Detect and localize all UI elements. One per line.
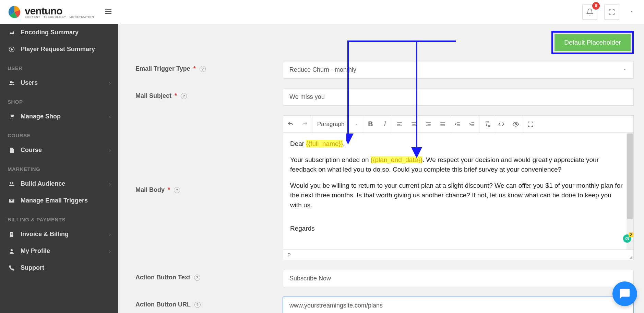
sidebar-section-billing: BILLING & PAYMENTS	[0, 209, 118, 226]
input-action-button-text[interactable]	[283, 270, 634, 287]
row-mail-subject: Mail Subject * ?	[135, 88, 634, 106]
label-mail-subject: Mail Subject * ?	[135, 88, 283, 100]
sidebar-item-users[interactable]: Users ›	[0, 74, 118, 91]
placeholder-full-name: {{full_name}}	[306, 140, 343, 147]
menu-toggle-icon[interactable]	[104, 7, 112, 17]
help-icon[interactable]: ?	[194, 302, 201, 308]
notifications-button[interactable]: 0	[582, 4, 597, 20]
fullscreen-editor-button[interactable]	[523, 116, 538, 132]
bold-button[interactable]: B	[363, 116, 378, 132]
required-mark: *	[175, 92, 177, 99]
preview-button[interactable]	[509, 116, 523, 132]
outdent-button[interactable]	[450, 116, 465, 132]
help-icon[interactable]: ?	[174, 187, 180, 193]
align-justify-button[interactable]	[436, 116, 450, 132]
sidebar-item-label: Manage Shop	[21, 113, 61, 120]
italic-button[interactable]: I	[378, 116, 392, 132]
header-right: 0	[582, 4, 637, 20]
phone-icon	[8, 265, 16, 271]
body-text: Would you be willing to return to your c…	[290, 181, 624, 210]
sidebar-section-course: COURSE	[0, 125, 118, 142]
user-dropdown[interactable]	[626, 9, 637, 15]
sidebar-item-manage-email-triggers[interactable]: Manage Email Triggers	[0, 192, 118, 209]
chevron-down-icon	[622, 66, 627, 73]
chevron-right-icon: ›	[109, 181, 111, 187]
row-email-trigger-type: Email Trigger Type * ? Reduce Churn - mo…	[135, 61, 634, 79]
main-content: Default Placeholder Email Trigger Type *…	[118, 24, 644, 313]
select-value: Reduce Churn - monthly	[289, 66, 356, 73]
brand-name: ventuno	[25, 5, 62, 16]
help-icon[interactable]: ?	[181, 93, 187, 99]
editor-toolbar: Paragraph B I	[283, 116, 633, 133]
placeholder-plan-end-date: {{plan_end_date}}	[371, 156, 422, 163]
indent-button[interactable]	[465, 116, 479, 132]
cart-icon	[8, 114, 16, 120]
sidebar-item-course[interactable]: Course ›	[0, 142, 118, 159]
align-right-button[interactable]	[421, 116, 436, 132]
chevron-right-icon: ›	[109, 114, 111, 119]
input-action-button-url[interactable]	[283, 297, 634, 313]
sidebar-item-player-request[interactable]: Player Request Summary	[0, 41, 118, 58]
row-mail-body: Mail Body * ? Paragraph	[135, 115, 634, 260]
sidebar-item-label: Users	[21, 79, 38, 86]
editor-path: P	[287, 252, 291, 258]
svg-point-6	[12, 81, 14, 83]
input-mail-subject[interactable]	[283, 88, 634, 106]
clear-format-button[interactable]: T✕	[479, 116, 494, 132]
label-action-button-text: Action Button Text ?	[135, 270, 283, 281]
fullscreen-button[interactable]	[604, 4, 619, 20]
header: ventuno CONTENT · TECHNOLOGY · MONETIZAT…	[0, 0, 644, 24]
chevron-right-icon: ›	[109, 148, 111, 153]
play-circle-icon	[8, 46, 16, 53]
align-left-button[interactable]	[392, 116, 407, 132]
users-icon	[8, 80, 16, 86]
redo-button[interactable]	[298, 116, 312, 132]
sidebar-item-build-audience[interactable]: Build Audience ›	[0, 175, 118, 192]
rich-text-editor: Paragraph B I	[283, 115, 634, 260]
grammarly-icon[interactable]: G2	[623, 234, 631, 243]
select-email-trigger-type[interactable]: Reduce Churn - monthly	[283, 61, 634, 79]
sidebar-item-label: Player Request Summary	[21, 46, 95, 53]
help-icon[interactable]: ?	[200, 66, 206, 72]
sidebar-item-label: Build Audience	[21, 180, 65, 187]
grammarly-count: 2	[629, 232, 633, 237]
chevron-right-icon: ›	[109, 248, 111, 254]
sidebar-item-label: Support	[21, 264, 44, 271]
sidebar-item-manage-shop[interactable]: Manage Shop ›	[0, 108, 118, 125]
svg-point-7	[10, 182, 12, 184]
sidebar-item-label: Course	[21, 147, 42, 154]
sidebar-item-support[interactable]: Support	[0, 259, 118, 276]
format-select[interactable]: Paragraph	[312, 116, 363, 132]
chevron-right-icon: ›	[109, 80, 111, 86]
audience-icon	[8, 181, 16, 187]
sidebar-section-user: USER	[0, 58, 118, 74]
default-placeholder-highlight: Default Placeholder	[551, 31, 634, 54]
body-text: ,	[343, 140, 345, 147]
source-code-button[interactable]	[494, 116, 509, 132]
sidebar-item-encoding-summary[interactable]: Encoding Summary	[0, 24, 118, 41]
sidebar-item-label: Invoice & Billing	[21, 231, 69, 238]
label-mail-body: Mail Body * ?	[135, 182, 283, 194]
scrollbar[interactable]	[627, 133, 633, 250]
sidebar-item-my-profile[interactable]: My Profile ›	[0, 243, 118, 259]
sidebar-item-label: Manage Email Triggers	[21, 197, 88, 204]
svg-point-8	[12, 182, 14, 184]
notif-count-badge: 0	[592, 2, 600, 10]
editor-content[interactable]: Dear {{full_name}}, Your subscription en…	[283, 133, 633, 250]
row-action-button-url: Action Button URL ?	[135, 297, 634, 313]
logo-mark-icon	[7, 4, 22, 20]
user-icon	[8, 248, 16, 254]
svg-point-28	[515, 123, 517, 125]
undo-button[interactable]	[283, 116, 298, 132]
svg-point-9	[11, 249, 13, 251]
default-placeholder-button[interactable]: Default Placeholder	[554, 34, 631, 51]
sidebar-item-label: Encoding Summary	[21, 29, 79, 36]
sidebar-section-shop: SHOP	[0, 91, 118, 108]
help-icon[interactable]: ?	[194, 275, 200, 281]
sidebar-item-invoice-billing[interactable]: Invoice & Billing ›	[0, 226, 118, 243]
chat-support-button[interactable]	[612, 281, 637, 306]
align-center-button[interactable]	[407, 116, 421, 132]
logo[interactable]: ventuno CONTENT · TECHNOLOGY · MONETIZAT…	[7, 4, 94, 20]
resize-handle-icon[interactable]: ◢	[629, 255, 632, 259]
mail-icon	[8, 198, 16, 204]
